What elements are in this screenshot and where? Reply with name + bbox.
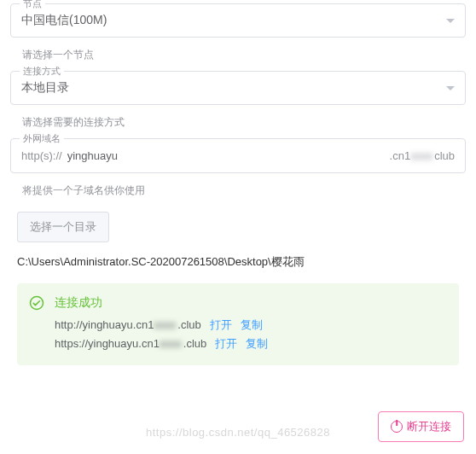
domain-hint: 将提供一个子域名供你使用: [10, 178, 466, 207]
check-circle-icon: [29, 295, 44, 311]
select-dir-button[interactable]: 选择一个目录: [17, 212, 109, 242]
disconnect-button[interactable]: 断开连接: [378, 411, 464, 442]
domain-field[interactable]: 外网域名 http(s):// .cn1xxxxclub: [10, 138, 466, 173]
alert-title: 连接成功: [55, 295, 445, 311]
alert-line: http://yinghuayu.cn1xxxx.club 打开 复制: [55, 316, 445, 335]
domain-prefix: http(s)://: [21, 149, 62, 162]
copy-link[interactable]: 复制: [246, 335, 268, 353]
domain-suffix: .cn1xxxxclub: [390, 149, 455, 162]
success-alert: 连接成功 http://yinghuayu.cn1xxxx.club 打开 复制…: [17, 283, 459, 365]
node-value: 中国电信(100M): [21, 13, 107, 28]
alert-url: http://yinghuayu.cn1xxxx.club: [55, 316, 201, 335]
connection-select[interactable]: 连接方式 本地目录: [10, 71, 466, 105]
node-select[interactable]: 节点 中国电信(100M): [10, 3, 466, 38]
svg-point-0: [31, 297, 44, 310]
selected-path: C:\Users\Administrator.SC-202007261508\D…: [10, 251, 466, 283]
power-icon: [391, 421, 403, 433]
connection-value: 本地目录: [21, 80, 69, 96]
alert-line: https://yinghuayu.cn1xxxx.club 打开 复制: [55, 335, 445, 353]
chevron-down-icon: [446, 86, 455, 90]
copy-link[interactable]: 复制: [241, 316, 263, 335]
domain-input[interactable]: [67, 148, 385, 164]
alert-url: https://yinghuayu.cn1xxxx.club: [55, 335, 206, 353]
node-hint: 请选择一个节点: [10, 43, 466, 71]
watermark: https://blog.csdn.net/qq_46526828: [146, 426, 330, 439]
chevron-down-icon: [446, 19, 455, 23]
connection-legend: 连接方式: [20, 65, 64, 78]
connection-hint: 请选择需要的连接方式: [10, 110, 466, 138]
domain-legend: 外网域名: [20, 132, 64, 145]
disconnect-label: 断开连接: [407, 419, 451, 434]
open-link[interactable]: 打开: [210, 316, 232, 335]
node-legend: 节点: [20, 0, 45, 10]
open-link[interactable]: 打开: [215, 335, 237, 353]
